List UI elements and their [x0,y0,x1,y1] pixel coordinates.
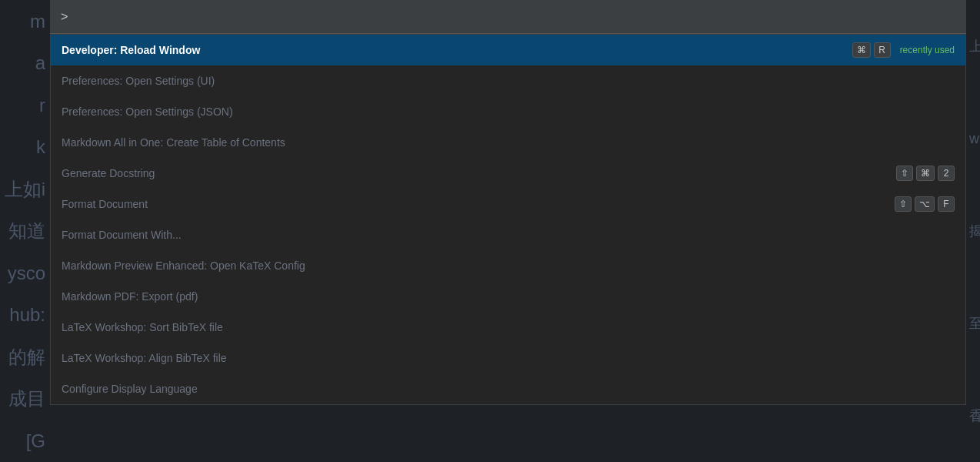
shortcut-key: ⇧ [896,166,913,181]
result-item-generate-docstring[interactable]: Generate Docstring ⇧ ⌘ 2 [51,158,965,189]
result-item-format-document-with[interactable]: Format Document With... [51,219,965,250]
shortcut-key: 2 [938,166,955,181]
item-label: Preferences: Open Settings (JSON) [62,105,955,118]
bg-char: 上如i [5,172,45,206]
recently-used-badge: recently used [900,45,955,55]
item-shortcuts: ⌘ R recently used [852,42,955,58]
item-shortcuts: ⇧ ⌘ 2 [896,166,955,181]
item-label: LaTeX Workshop: Sort BibTeX file [62,321,955,333]
item-shortcuts: ⇧ ⌥ F [895,196,955,212]
bg-char: r [39,89,45,122]
item-label: Markdown Preview Enhanced: Open KaTeX Co… [62,259,955,272]
result-item-format-document[interactable]: Format Document ⇧ ⌥ F [51,189,965,219]
input-prompt-symbol: > [61,10,68,24]
result-item-katex-config[interactable]: Markdown Preview Enhanced: Open KaTeX Co… [51,250,965,281]
bg-char: hub: [9,298,45,331]
bg-char: ysco [8,256,45,290]
bg-char: k [36,130,45,163]
item-label: Preferences: Open Settings (UI) [62,75,955,87]
editor-left-strip: m a r k 上如i 知道 ysco hub: 的解 成目 [G [0,0,50,462]
shortcut-key: ⌥ [915,196,935,212]
result-item-export-pdf[interactable]: Markdown PDF: Export (pdf) [51,281,965,312]
result-item-align-bibtex[interactable]: LaTeX Workshop: Align BibTeX file [51,343,965,373]
shortcut-key: ⇧ [895,196,912,212]
result-item-configure-language[interactable]: Configure Display Language [51,373,965,404]
item-label: Developer: Reload Window [62,44,852,56]
shortcut-key: ⌘ [916,166,935,181]
command-palette: > Developer: Reload Window ⌘ R recently … [50,0,966,405]
shortcut-key: ⌘ [852,42,871,58]
result-item-reload-window[interactable]: Developer: Reload Window ⌘ R recently us… [51,35,965,65]
editor-right-strip: 上 w 揭 至 香 [966,0,980,462]
bg-char: 知道 [8,214,45,247]
item-label: Format Document [62,198,895,210]
item-label: Markdown PDF: Export (pdf) [62,290,955,303]
item-label: Generate Docstring [62,167,896,179]
bg-char: 成目 [8,382,45,415]
bg-char-right: w [969,126,979,151]
results-list: Developer: Reload Window ⌘ R recently us… [50,34,966,405]
result-item-open-settings-ui[interactable]: Preferences: Open Settings (UI) [51,65,965,96]
item-label: LaTeX Workshop: Align BibTeX file [62,352,955,364]
bg-char-right: 揭 [969,219,980,243]
bg-char: [G [26,424,45,457]
bg-char-right: 至 [969,311,980,336]
item-label: Markdown All in One: Create Table of Con… [62,136,955,149]
bg-char: 的解 [8,340,45,373]
result-item-open-settings-json[interactable]: Preferences: Open Settings (JSON) [51,96,965,127]
bg-char-right: 香 [969,403,980,428]
result-item-markdown-toc[interactable]: Markdown All in One: Create Table of Con… [51,127,965,158]
item-label: Format Document With... [62,229,955,241]
item-label: Configure Display Language [62,383,955,395]
bg-char: m [30,5,45,38]
result-item-sort-bibtex[interactable]: LaTeX Workshop: Sort BibTeX file [51,312,965,343]
bg-char: a [35,46,45,79]
shortcut-key: R [874,42,891,58]
command-input[interactable] [71,10,955,24]
bg-char-right: 上 [969,34,980,59]
shortcut-key: F [938,196,955,212]
command-input-area[interactable]: > [50,0,966,34]
